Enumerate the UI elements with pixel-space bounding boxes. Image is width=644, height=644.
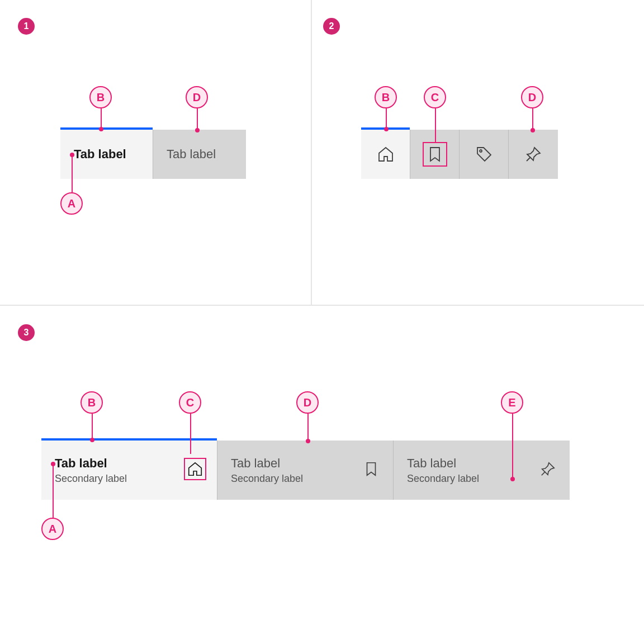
tab-primary-label: Tab label	[231, 456, 303, 471]
annotation-a: A	[41, 518, 64, 540]
tab-secondary-label: Secondary label	[407, 473, 479, 485]
svg-point-0	[480, 150, 482, 152]
tab-large-2[interactable]: Tab label Secondary label	[217, 441, 394, 500]
tab-secondary-label: Secondary label	[231, 473, 303, 485]
annotation-e: E	[501, 391, 523, 414]
tab-secondary-label: Secondary label	[55, 473, 127, 485]
annotation-a: A	[60, 192, 83, 215]
tab-icon-home[interactable]	[361, 130, 410, 179]
tab-primary-label: Tab label	[407, 456, 479, 471]
tab-label: Tab label	[74, 147, 126, 162]
tab-icon-tag[interactable]	[460, 130, 509, 179]
annotation-c: C	[424, 86, 446, 108]
tab-label: Tab label	[167, 147, 216, 162]
tabs-large-group: Tab label Secondary label Tab label Seco…	[41, 441, 570, 500]
svg-line-1	[527, 157, 531, 161]
home-icon	[187, 461, 203, 480]
annotation-b: B	[375, 86, 397, 108]
annotation-b: B	[89, 86, 112, 108]
tab-icon-pin[interactable]	[509, 130, 558, 179]
bookmark-icon	[426, 145, 444, 163]
tabs-icon-group	[361, 130, 558, 179]
tab-primary-label: Tab label	[55, 456, 127, 471]
bookmark-icon	[363, 461, 380, 480]
home-icon	[377, 145, 395, 163]
annotation-b: B	[80, 391, 103, 414]
annotation-d: D	[296, 391, 319, 414]
section-badge-2: 2	[323, 18, 340, 35]
svg-line-2	[542, 472, 546, 476]
section-badge-3: 3	[18, 324, 35, 341]
pin-icon	[524, 145, 542, 163]
tab-text-unselected[interactable]: Tab label	[153, 130, 246, 179]
annotation-d: D	[521, 86, 543, 108]
tabs-text-group: Tab label Tab label	[60, 130, 246, 179]
section-badge-1: 1	[18, 18, 35, 35]
tag-icon	[475, 145, 493, 163]
pin-icon	[539, 461, 556, 480]
tab-large-3[interactable]: Tab label Secondary label	[394, 441, 570, 500]
annotation-d: D	[186, 86, 208, 108]
annotation-c: C	[179, 391, 201, 414]
